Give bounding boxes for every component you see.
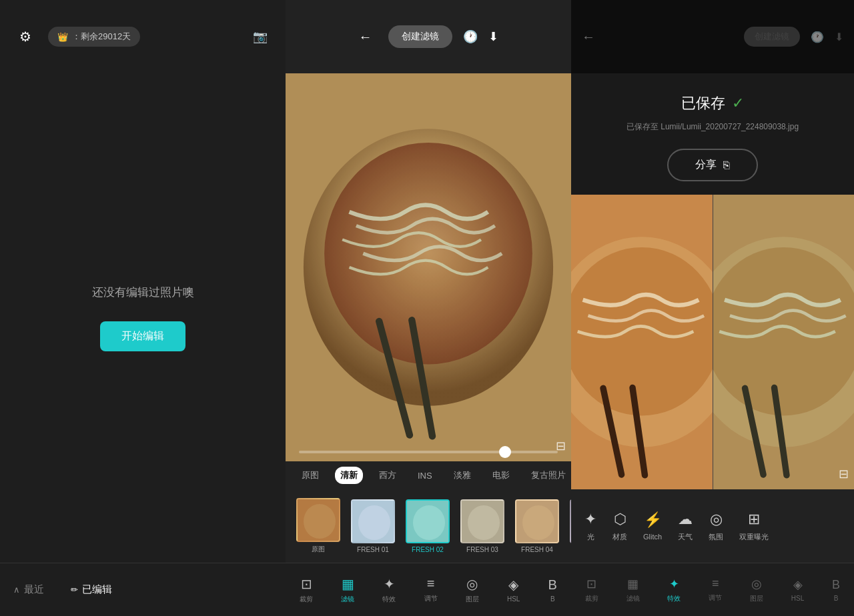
tool-filter[interactable]: ▦ 滤镜 — [341, 576, 354, 604]
filter-tabs: 原图 清新 西方 INS 淡雅 电影 复古照片 昨 — [286, 461, 571, 489]
filter-thumb-fresh03[interactable]: FRESH 03 — [458, 499, 507, 553]
camera-button[interactable]: 📷 — [248, 25, 272, 49]
filter-thumb-fresh02[interactable]: FRESH 02 — [403, 499, 452, 553]
right-tool-glitch[interactable]: ⚡ Glitch — [643, 511, 662, 541]
right-toolbar-adjust-label: 调节 — [709, 593, 722, 603]
tool-effects[interactable]: ✦ 特效 — [382, 576, 396, 604]
right-create-filter-button[interactable]: 创建滤镜 — [744, 27, 800, 47]
right-tool-glitch-label: Glitch — [643, 533, 662, 541]
middle-toolbar: ⊡ 裁剪 ▦ 滤镜 ✦ 特效 ≡ 调节 ◎ 图层 ◈ HSL B B — [286, 563, 571, 616]
filter-thumb-label-original: 原图 — [312, 545, 325, 554]
saved-title-text: 已保存 — [681, 93, 725, 113]
right-tool-vibe[interactable]: ◎ 氛围 — [709, 511, 723, 542]
right-panel: ← 创建滤镜 🕐 ⬇ 已保存 ✓ 已保存至 Lumii/Lumii_202007… — [571, 0, 854, 616]
history-button[interactable]: 🕐 — [463, 29, 478, 44]
right-header: ← 创建滤镜 🕐 ⬇ — [571, 0, 854, 73]
right-toolbar-gallery-label: 图层 — [750, 594, 763, 603]
vibe-icon: ◎ — [710, 511, 723, 528]
right-photo-area: ⊟ — [571, 195, 854, 489]
right-toolbar-effects[interactable]: ✦ 特效 — [667, 577, 681, 603]
tool-effects-label: 特效 — [382, 595, 396, 604]
tab-edited[interactable]: ✏ 已编辑 — [71, 583, 112, 596]
start-edit-button[interactable]: 开始编辑 — [100, 321, 185, 351]
right-effect-tools: ✦ 光 ⬡ 材质 ⚡ Glitch ☁ 天气 ◎ 氛围 ⊞ 双重曝光 — [571, 489, 854, 563]
double-exposure-icon: ⊞ — [748, 511, 760, 528]
middle-panel: ← 创建滤镜 🕐 ⬇ — [286, 0, 571, 616]
saved-path: 已保存至 Lumii/Lumii_20200727_224809038.jpg — [598, 121, 827, 133]
filter-tab-movie[interactable]: 电影 — [487, 467, 515, 484]
download-button[interactable]: ⬇ — [488, 29, 498, 44]
photo-slider[interactable] — [299, 451, 558, 453]
right-tool-light[interactable]: ✦ 光 — [584, 511, 596, 542]
noodle-photo — [286, 73, 571, 461]
tab-recent-label: 最近 — [24, 583, 44, 596]
right-tool-material[interactable]: ⬡ 材质 — [612, 511, 627, 542]
filter-tab-original[interactable]: 原图 — [296, 467, 324, 484]
filter-thumbnails-strip: 原图 FRESH 01 FRESH 02 — [286, 489, 571, 563]
filter-tab-ins[interactable]: INS — [412, 468, 438, 483]
filter-tab-west[interactable]: 西方 — [374, 467, 402, 484]
svg-rect-18 — [516, 501, 559, 543]
right-tool-double-exposure-label: 双重曝光 — [739, 532, 769, 542]
right-photo-left — [571, 195, 713, 489]
right-back-button[interactable]: ← — [582, 29, 595, 45]
saved-title: 已保存 ✓ — [598, 93, 827, 113]
tool-crop[interactable]: ⊡ 裁剪 — [300, 576, 313, 604]
gallery-icon: ◎ — [466, 576, 478, 592]
filter-thumb-img-fresh01 — [351, 499, 395, 543]
filter-thumb-img-fresh04 — [515, 499, 559, 543]
light-sparkle-icon: ✦ — [584, 511, 596, 528]
filter-tab-fresh[interactable]: 清新 — [335, 467, 363, 484]
right-download-button[interactable]: ⬇ — [835, 31, 843, 43]
pencil-icon: ✏ — [71, 585, 78, 595]
create-filter-button[interactable]: 创建滤镜 — [388, 25, 452, 48]
filter-thumb-label-fresh02: FRESH 02 — [412, 546, 444, 553]
filter-tab-light[interactable]: 淡雅 — [448, 467, 476, 484]
filter-thumb-img-fresh02 — [406, 499, 450, 543]
right-filter-icon: ▦ — [627, 577, 638, 591]
tool-b[interactable]: B B — [548, 577, 557, 603]
filter-tab-retro[interactable]: 复古照片 — [526, 467, 571, 484]
filter-thumb-original[interactable]: 原图 — [294, 498, 343, 554]
right-tool-light-label: 光 — [587, 532, 594, 542]
photo-canvas: ⊟ — [286, 73, 571, 461]
right-toolbar-hsl[interactable]: ◈ HSL — [791, 577, 804, 602]
right-history-button[interactable]: 🕐 — [811, 31, 824, 43]
right-toolbar-filter[interactable]: ▦ 滤镜 — [626, 577, 640, 603]
tool-hsl[interactable]: ◈ HSL — [507, 577, 520, 603]
right-toolbar-adjust[interactable]: ≡ 调节 — [709, 577, 722, 603]
tool-crop-label: 裁剪 — [300, 595, 313, 604]
right-toolbar-crop[interactable]: ⊡ 裁剪 — [585, 577, 598, 603]
weather-icon: ☁ — [678, 511, 693, 528]
right-toolbar-gallery[interactable]: ◎ 图层 — [750, 577, 763, 603]
filter-thumb-fresh04[interactable]: FRESH 04 — [512, 499, 562, 553]
gear-button[interactable]: ⚙ — [13, 25, 37, 49]
back-button[interactable]: ← — [359, 29, 372, 45]
chevron-up-icon: ∧ — [13, 585, 20, 595]
share-button[interactable]: 分享 ⎘ — [667, 149, 758, 181]
tool-hsl-label: HSL — [507, 595, 520, 603]
right-toolbar: ⊡ 裁剪 ▦ 滤镜 ✦ 特效 ≡ 调节 ◎ 图层 ◈ HSL B B — [571, 563, 854, 616]
glitch-icon: ⚡ — [644, 511, 662, 529]
effects-icon: ✦ — [384, 576, 395, 592]
tool-gallery[interactable]: ◎ 图层 — [466, 576, 479, 604]
tab-edited-label: 已编辑 — [82, 583, 112, 596]
svg-rect-8 — [298, 499, 340, 542]
tab-recent[interactable]: ∧ 最近 — [13, 583, 44, 596]
right-hsl-icon: ◈ — [793, 577, 803, 592]
b-icon: B — [548, 577, 557, 593]
svg-point-10 — [358, 505, 390, 540]
material-icon: ⬡ — [614, 511, 626, 528]
filter-thumb-fresh01[interactable]: FRESH 01 — [348, 499, 398, 553]
right-tool-weather[interactable]: ☁ 天气 — [678, 511, 693, 542]
check-mark-icon: ✓ — [732, 95, 744, 112]
empty-text: 还没有编辑过照片噢 — [92, 285, 194, 300]
right-adjust-icon: ≡ — [712, 577, 719, 591]
right-tool-double-exposure[interactable]: ⊞ 双重曝光 — [739, 511, 769, 542]
left-bottom-tabs: ∧ 最近 ✏ 已编辑 — [0, 563, 286, 616]
right-tool-vibe-label: 氛围 — [709, 532, 723, 542]
filter-thumb-img-original — [296, 498, 340, 542]
tool-adjust[interactable]: ≡ 调节 — [424, 576, 438, 603]
filter-thumb-label-fresh04: FRESH 04 — [521, 546, 553, 553]
right-toolbar-b[interactable]: B B — [832, 578, 840, 602]
